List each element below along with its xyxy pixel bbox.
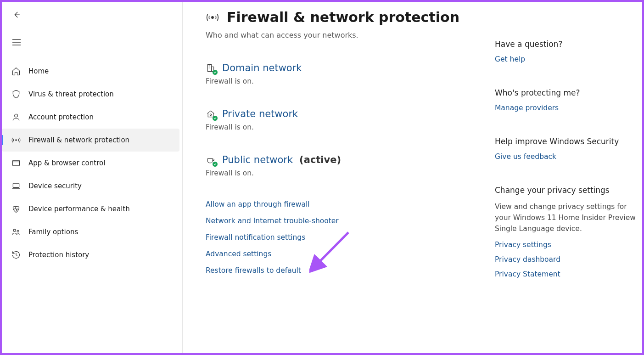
troubleshooter-link[interactable]: Network and Internet trouble-shooter (206, 217, 490, 225)
person-icon (11, 112, 21, 122)
heart-icon (11, 204, 21, 214)
svg-point-11 (212, 16, 213, 18)
home-icon (11, 66, 21, 76)
sidebar-item-label: Virus & threat protection (28, 90, 114, 98)
house-icon (206, 109, 216, 119)
sidebar-item-account[interactable]: Account protection (2, 106, 179, 129)
private-network-status: Firewall is on. (206, 123, 490, 131)
svg-point-3 (15, 114, 18, 117)
action-links: Allow an app through firewall Network an… (206, 200, 490, 275)
sidebar-item-virus[interactable]: Virus & threat protection (2, 83, 179, 106)
page-title: Firewall & network protection (227, 9, 459, 25)
privacy-statement-link[interactable]: Privacy Statement (495, 270, 637, 278)
network-domain: Domain network Firewall is on. (206, 62, 490, 85)
svg-rect-7 (13, 183, 19, 187)
svg-point-9 (13, 229, 16, 231)
sidebar-item-history[interactable]: Protection history (2, 243, 179, 266)
signal-icon (11, 135, 21, 145)
rail-improve-title: Help improve Windows Security (495, 137, 637, 146)
sidebar-item-label: Device security (28, 182, 82, 190)
privacy-settings-link[interactable]: Privacy settings (495, 241, 637, 249)
rail-privacy-title: Change your privacy settings (495, 186, 637, 195)
public-network-status: Firewall is on. (206, 169, 490, 177)
sidebar-item-label: Family options (28, 228, 78, 236)
sidebar: Home Virus & threat protection Account p… (2, 2, 183, 353)
svg-rect-5 (13, 160, 20, 166)
sidebar-item-device-security[interactable]: Device security (2, 175, 179, 197)
notification-settings-link[interactable]: Firewall notification settings (206, 233, 490, 242)
shield-icon (11, 89, 21, 99)
sidebar-item-performance[interactable]: Device performance & health (2, 197, 179, 220)
sidebar-item-firewall[interactable]: Firewall & network protection (2, 129, 179, 152)
svg-point-10 (17, 230, 19, 232)
svg-point-17 (210, 114, 211, 115)
back-button[interactable] (7, 6, 26, 24)
sidebar-item-label: Firewall & network protection (28, 136, 129, 144)
sidebar-item-family[interactable]: Family options (2, 220, 179, 243)
sidebar-item-home[interactable]: Home (2, 60, 179, 83)
svg-point-4 (16, 140, 17, 141)
manage-providers-link[interactable]: Manage providers (495, 104, 637, 112)
rail-question-title: Have a question? (495, 39, 637, 49)
signal-icon (206, 11, 219, 24)
restore-defaults-link[interactable]: Restore firewalls to default (206, 266, 490, 275)
coffee-icon (206, 155, 216, 165)
laptop-icon (11, 181, 21, 191)
sidebar-item-label: Device performance & health (28, 205, 130, 213)
sidebar-item-app-browser[interactable]: App & browser control (2, 152, 179, 175)
rail-protect-title: Who's protecting me? (495, 88, 637, 97)
sidebar-item-label: Protection history (28, 251, 89, 259)
menu-button[interactable] (7, 33, 26, 51)
building-icon (206, 63, 216, 73)
domain-network-link[interactable]: Domain network (222, 62, 302, 73)
people-icon (11, 227, 21, 237)
public-network-active: (active) (299, 154, 341, 165)
public-network-link[interactable]: Public network (222, 154, 293, 165)
sidebar-item-label: Home (28, 67, 49, 75)
network-private: Private network Firewall is on. (206, 108, 490, 131)
privacy-dashboard-link[interactable]: Privacy dashboard (495, 255, 637, 264)
right-rail: Have a question? Get help Who's protecti… (490, 9, 637, 353)
get-help-link[interactable]: Get help (495, 55, 637, 63)
history-icon (11, 250, 21, 260)
advanced-settings-link[interactable]: Advanced settings (206, 250, 490, 258)
private-network-link[interactable]: Private network (222, 108, 298, 119)
app-icon (11, 158, 21, 168)
domain-network-status: Firewall is on. (206, 77, 490, 85)
sidebar-item-label: App & browser control (28, 159, 105, 167)
main-content: Firewall & network protection Who and wh… (206, 9, 490, 353)
allow-app-link[interactable]: Allow an app through firewall (206, 200, 490, 208)
sidebar-item-label: Account protection (28, 113, 94, 121)
network-public: Public network (active) Firewall is on. (206, 154, 490, 177)
rail-privacy-text: View and change privacy settings for you… (495, 201, 637, 234)
feedback-link[interactable]: Give us feedback (495, 152, 637, 161)
page-subtitle: Who and what can access your networks. (206, 31, 490, 39)
